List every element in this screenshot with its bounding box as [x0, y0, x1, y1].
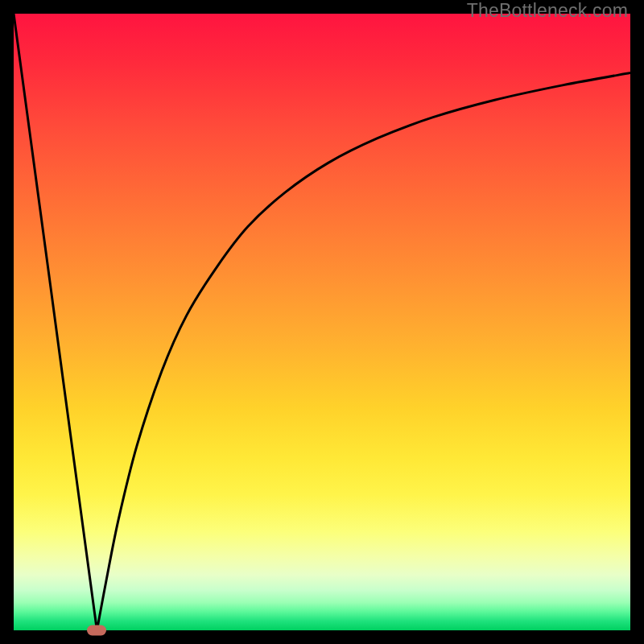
bottleneck-curve [14, 14, 630, 630]
chart-frame: TheBottleneck.com [0, 0, 644, 644]
plot-area [14, 14, 630, 630]
watermark-text: TheBottleneck.com [467, 0, 628, 22]
minimum-marker [87, 625, 106, 636]
curve-path [14, 14, 630, 630]
